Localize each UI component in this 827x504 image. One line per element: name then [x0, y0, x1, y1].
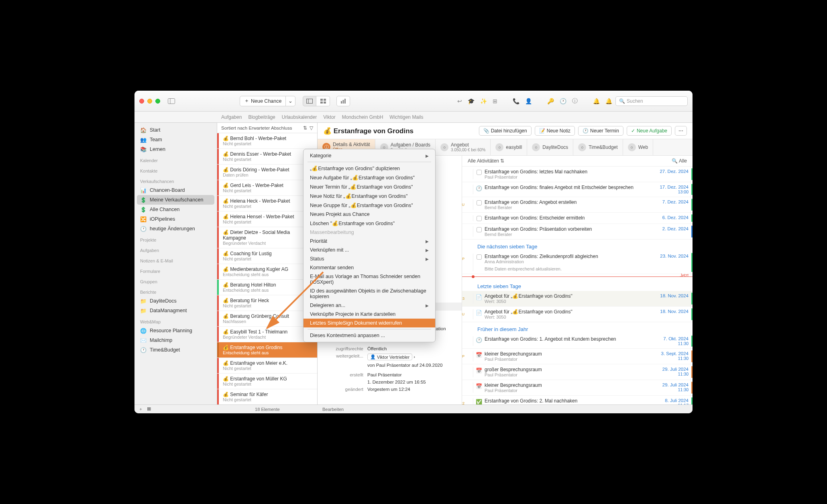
sidebar-section-header[interactable]: Web&Map — [134, 315, 217, 326]
menu-item[interactable]: Kommentar senden — [304, 263, 435, 272]
layout-icon[interactable]: ⊞ — [493, 98, 497, 104]
person-tag[interactable]: 👤 Viktor Vertriebler — [367, 354, 412, 360]
filter-link[interactable]: Urlaubskalender — [282, 114, 317, 120]
activity-item[interactable]: 22 ✅ Erstanfrage von Grodins: 2. Mal nac… — [462, 396, 693, 404]
more-button[interactable]: ⋯ — [675, 126, 687, 136]
tab-daylitedocs[interactable]: ○ DayliteDocs — [527, 139, 573, 155]
activity-item[interactable]: AU Erstanfrage von Grodins: Angebot erst… — [462, 197, 693, 213]
maximize-window[interactable] — [155, 99, 160, 104]
list-item[interactable]: 💰 Beratung für Heck Nicht gestartet — [217, 295, 317, 311]
list-sort-header[interactable]: Sortiert nach Erwarteter Abschluss ⇅▽ — [217, 123, 317, 133]
menu-item[interactable]: Neue Aufgabe für „💰Erstanfrage von Grodi… — [304, 173, 435, 182]
new-chance-button[interactable]: ＋ Neue Chance ⌄ — [240, 96, 295, 106]
clock-icon[interactable]: 🕐 — [560, 98, 566, 104]
key-icon[interactable]: 🔑 — [547, 98, 554, 104]
menu-item[interactable]: Verknüpfen mit ...▶ — [304, 246, 435, 254]
sidebar-item[interactable]: 📁DataManagment — [134, 306, 217, 315]
menu-item[interactable]: ID des ausgewählten Objekts in die Zwisc… — [304, 287, 435, 301]
list-item[interactable]: 💰 Beratung Grünberg Consult Nachfassen — [217, 311, 317, 327]
sidebar-item[interactable]: 🕐Time&Budget — [134, 345, 217, 355]
edit-label[interactable]: Bearbeiten — [318, 407, 344, 412]
sidebar-section-header[interactable]: Gruppen — [134, 275, 217, 286]
list-item[interactable]: 💰 Easybill Test 1 - Thielmann Begründete… — [217, 327, 317, 342]
graduate-icon[interactable]: 🎓 — [468, 98, 475, 104]
menu-item[interactable]: Priorität▶ — [304, 237, 435, 246]
new-appointment-button[interactable]: 🕐 Neuer Termin — [578, 126, 623, 136]
list-item[interactable]: 💰 Erstanfrage von Grodins Entscheidung s… — [217, 342, 317, 358]
list-item[interactable]: 💰 Gerd Leis - Werbe-Paket Nicht gestarte… — [217, 180, 317, 196]
menu-item[interactable]: Delegieren an...▶ — [304, 301, 435, 310]
filter-link[interactable]: Viktor — [323, 114, 335, 120]
tab-time-budget[interactable]: ○ Time&Budget — [573, 139, 623, 155]
phone-icon[interactable]: 📞 — [513, 98, 519, 104]
menu-item[interactable]: Letztes SimpleSign Dokument widerrufen — [304, 319, 435, 327]
activity-item[interactable]: 🕐 Erstanfrage von Grodins: 1. Angebot mi… — [462, 334, 693, 349]
menu-item[interactable]: Neuer Termin für „💰Erstanfrage von Grodi… — [304, 182, 435, 191]
view-chart-icon[interactable] — [336, 96, 350, 106]
sidebar-section-header[interactable]: Kalender — [134, 154, 217, 165]
list-item[interactable]: 💰 Dennis Esser - Werbe-Paket Nicht gesta… — [217, 149, 317, 165]
menu-item[interactable]: „💰Erstanfrage von Grodins" duplizieren — [304, 164, 435, 173]
sidebar-item[interactable]: 💲Alle Chancen — [134, 205, 217, 214]
activity-item[interactable]: AU 📄 Angebot für „💰Erstanfrage von Grodi… — [462, 307, 693, 322]
tab-web[interactable]: ○ Web — [623, 139, 653, 155]
sidebar-section-header[interactable]: Formulare — [134, 265, 217, 275]
view-split-icon[interactable] — [303, 96, 316, 106]
minimize-window[interactable] — [147, 99, 152, 104]
activity-item[interactable]: Erstanfrage von Grodins: Entscheider erm… — [462, 213, 693, 224]
sidebar-item-team[interactable]: 👥Team — [134, 135, 217, 144]
filter-link[interactable]: Blogbeiträge — [248, 114, 275, 120]
list-item[interactable]: 💰 Erstanfrage von Meier e.K. Nicht gesta… — [217, 358, 317, 374]
activity-item[interactable]: 23 📄 Angebot für „💰Erstanfrage von Grodi… — [462, 291, 693, 307]
activity-item[interactable]: Erstanfrage von Grodins: Präsentation vo… — [462, 224, 693, 240]
sidebar-item[interactable]: 🔀iOPipelines — [134, 214, 217, 224]
list-item[interactable]: 💰 Seminar für Käfer Nicht gestartet — [217, 389, 317, 404]
new-task-button[interactable]: ✓ Neue Aufgabe — [627, 126, 672, 136]
menu-item[interactable]: Neues Projekt aus Chance — [304, 210, 435, 219]
sidebar-item-lernen[interactable]: 📚Lernen — [134, 144, 217, 154]
filter-link[interactable]: Wichtigen Mails — [389, 114, 423, 120]
view-grid-icon[interactable] — [316, 96, 330, 106]
list-item[interactable]: 💰 Helena Hensel - Werbe-Paket Nicht gest… — [217, 211, 317, 227]
undo-icon[interactable]: ↩ — [457, 98, 462, 104]
activity-item[interactable]: AP Erstanfrage von Grodins: Zielkundenpr… — [462, 251, 693, 274]
sidebar-section-header[interactable]: Kontakte — [134, 165, 217, 175]
sidebar-toggle-icon[interactable] — [167, 97, 176, 105]
menu-item[interactable]: Status▶ — [304, 254, 435, 263]
sidebar-item[interactable]: 💲Meine Verkaufschancen — [137, 195, 214, 205]
list-item[interactable]: 💰 Coaching für Lustig Nicht gestartet — [217, 248, 317, 264]
list-item[interactable]: 💰 Erstanfrage von Müller KG Nicht gestar… — [217, 374, 317, 389]
menu-item[interactable]: Dieses Kontextmenü anpassen ... — [304, 331, 435, 340]
sidebar-item[interactable]: ✉️Mailchimp — [134, 335, 217, 345]
bell-orange-icon[interactable]: 🔔 — [593, 98, 600, 104]
tab-easybill[interactable]: ○ easybill — [491, 139, 527, 155]
sidebar-item[interactable]: 🕐heutige Änderungen — [134, 224, 217, 234]
activity-search[interactable]: 🔍 Alle — [672, 158, 687, 164]
menu-item[interactable]: Neue Notiz für „💰Erstanfrage von Grodins… — [304, 191, 435, 201]
list-item[interactable]: 💰 Bernd Bohl - Werbe-Paket Nicht gestart… — [217, 133, 317, 149]
close-window[interactable] — [139, 99, 144, 104]
activity-filter-dropdown[interactable]: Alle Aktivitäten ⇅ — [468, 158, 504, 164]
tab-angebot[interactable]: ○ Angebot3.050,00 € bei 60% — [436, 139, 491, 155]
sidebar-item[interactable]: 🌐Resource Planning — [134, 326, 217, 335]
list-item[interactable]: 💰 Beratung Hotel Hilton Entscheidung ste… — [217, 280, 317, 295]
activity-item[interactable]: 🕐 Erstanfrage von Grodins: finales Angeb… — [462, 182, 693, 197]
list-item[interactable]: 💰 Doris Döring - Werbe-Paket Daten prüfe… — [217, 165, 317, 180]
filter-link[interactable]: Mondschein GmbH — [342, 114, 383, 120]
calendar-mini-icon[interactable]: ▦ — [147, 406, 151, 412]
filter-link[interactable]: Aufgaben — [221, 114, 242, 120]
info-icon[interactable]: ⓘ — [572, 98, 578, 105]
sidebar-section-header[interactable]: Berichte — [134, 286, 217, 296]
sidebar-section-header[interactable]: Verkaufschancen — [134, 175, 217, 185]
list-item[interactable]: 💰 Medienberatung Kugler AG Entscheidung … — [217, 264, 317, 280]
list-item[interactable]: 💰 Dieter Dietze - Social Media Kampagne … — [217, 227, 317, 248]
sidebar-item-start[interactable]: 🏠Start — [134, 125, 217, 135]
sparkle-icon[interactable]: ✨ — [480, 98, 487, 104]
activity-item[interactable]: AP 📅 kleiner Besprechungsraum Paul Präse… — [462, 349, 693, 364]
sidebar-section-header[interactable]: Notizen & E-Mail — [134, 254, 217, 265]
menu-item[interactable]: E-Mail aus Vorlage an Thomas Schneider s… — [304, 272, 435, 287]
sidebar-item[interactable]: 📁DayliteDocs — [134, 296, 217, 306]
activity-item[interactable]: Erstanfrage von Grodins: letztes Mal nac… — [462, 167, 693, 182]
bell-red-icon[interactable]: 🔔 — [605, 98, 612, 104]
new-note-button[interactable]: 📝 Neue Notiz — [535, 126, 575, 136]
